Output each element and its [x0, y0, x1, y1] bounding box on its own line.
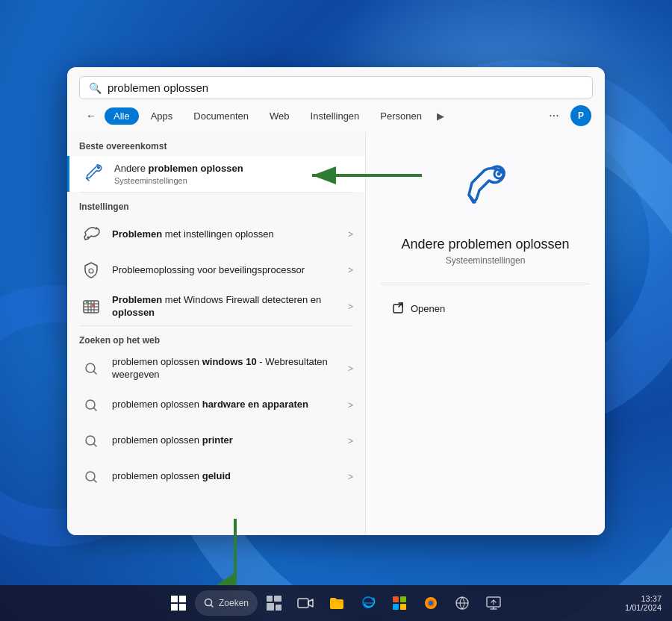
firewall-icon [79, 295, 103, 319]
globe-icon [454, 595, 470, 611]
svg-point-0 [97, 166, 100, 169]
svg-rect-24 [179, 596, 186, 602]
result-firewall[interactable]: Problemen met Windows Firewall detectere… [67, 288, 365, 325]
svg-rect-30 [267, 603, 274, 611]
svg-rect-11 [92, 305, 95, 306]
user-avatar[interactable]: P [570, 105, 591, 126]
detail-divider [381, 284, 590, 284]
tab-apps[interactable]: Apps [142, 107, 182, 124]
svg-point-17 [497, 172, 501, 175]
firefox-icon [423, 595, 439, 611]
task-view-button[interactable] [259, 588, 289, 618]
section-web: Zoeken op het web [67, 326, 365, 350]
svg-rect-23 [171, 596, 178, 602]
tab-web[interactable]: Web [261, 107, 299, 124]
result-title-web-3: problemen oplossen printer [112, 434, 339, 447]
result-text-firewall: Problemen met Windows Firewall detectere… [112, 294, 339, 319]
svg-rect-10 [86, 302, 89, 303]
video-call-button[interactable] [290, 588, 320, 618]
back-button[interactable]: ← [81, 105, 102, 126]
svg-rect-36 [400, 604, 406, 610]
open-icon [393, 302, 405, 314]
result-web-printer[interactable]: problemen oplossen printer > [67, 423, 365, 459]
result-web-hardware[interactable]: problemen oplossen hardware en apparaten… [67, 387, 365, 423]
svg-rect-34 [400, 596, 406, 602]
search-header: 🔍 ← Alle Apps Documenten Web Instellinge… [67, 67, 605, 132]
svg-point-1 [87, 236, 90, 238]
arrow-web-3: > [348, 436, 353, 446]
result-web-windows10[interactable]: problemen oplossen windows 10 - Webresul… [67, 350, 365, 387]
arrow-firewall: > [348, 302, 353, 312]
search-web-icon-1 [79, 357, 103, 381]
taskbar-search[interactable]: Zoeken [195, 590, 258, 616]
clock-date: 1/01/2024 [625, 603, 662, 612]
store-icon [391, 595, 408, 611]
video-icon [297, 595, 314, 611]
search-web-icon-2 [79, 393, 103, 417]
start-button[interactable] [164, 588, 193, 618]
time-display[interactable]: 13:37 1/01/2024 [620, 593, 666, 614]
tab-alle[interactable]: Alle [105, 107, 139, 124]
remote-icon [485, 595, 502, 611]
search-input[interactable] [108, 81, 583, 94]
filter-tabs: ← Alle Apps Documenten Web Instellingen … [79, 105, 593, 126]
more-options-button[interactable]: ··· [544, 105, 564, 126]
result-title-web-2: problemen oplossen hardware en apparaten [112, 399, 339, 411]
svg-rect-31 [276, 605, 281, 611]
svg-rect-25 [171, 604, 178, 611]
file-explorer-button[interactable] [322, 588, 352, 618]
arrow-web-2: > [348, 400, 353, 411]
svg-rect-18 [393, 305, 402, 313]
result-title-web-4: problemen oplossen geluid [112, 470, 339, 483]
wrench-icon-small [81, 162, 105, 186]
result-text-instellingen-1: Problemen met instellingen oplossen [112, 228, 339, 241]
taskbar: Zoeken [0, 585, 672, 621]
task-view-icon [266, 595, 282, 611]
search-web-icon-4 [79, 465, 103, 489]
store-button[interactable] [385, 588, 414, 618]
result-text-web-4: problemen oplossen geluid [112, 470, 339, 483]
detail-title: Andere problemen oplossen [401, 237, 569, 252]
svg-rect-28 [267, 596, 273, 602]
globe-button[interactable] [447, 588, 477, 618]
result-problemen-instellingen[interactable]: Problemen met instellingen oplossen > [67, 216, 365, 252]
search-web-icon-3 [79, 429, 103, 453]
open-button[interactable]: Openen [381, 296, 457, 320]
result-title-firewall: Problemen met Windows Firewall detectere… [112, 294, 339, 319]
arrow-beveiliging: > [348, 265, 353, 275]
more-tabs-arrow[interactable]: ▶ [434, 107, 447, 124]
open-label: Openen [411, 302, 445, 313]
tab-more-area: ··· P [544, 105, 591, 126]
result-title-beveiliging: Probleemoplossing voor beveilingsprocess… [112, 264, 339, 277]
result-text-web-2: problemen oplossen hardware en apparaten [112, 399, 339, 411]
taskbar-search-label: Zoeken [219, 598, 249, 608]
taskbar-icons: Zoeken [164, 588, 508, 618]
result-beveiliging[interactable]: Probleemoplossing voor beveilingsprocess… [67, 252, 365, 288]
result-title-instellingen-1: Problemen met instellingen oplossen [112, 228, 339, 241]
windows-logo-icon [169, 594, 187, 612]
edge-icon [360, 595, 376, 611]
edge-button[interactable] [353, 588, 383, 618]
svg-rect-29 [274, 596, 281, 602]
search-window: 🔍 ← Alle Apps Documenten Web Instellinge… [67, 67, 605, 535]
firefox-button[interactable] [416, 588, 446, 618]
search-icon: 🔍 [89, 81, 102, 93]
result-text-web-1: problemen oplossen windows 10 - Webresul… [112, 356, 339, 381]
detail-subtitle: Systeeminstellingen [446, 255, 526, 266]
tab-instellingen[interactable]: Instellingen [302, 107, 369, 124]
tab-documenten[interactable]: Documenten [184, 107, 258, 124]
arrow-instellingen-1: > [348, 229, 353, 240]
result-title-web-1: problemen oplossen windows 10 - Webresul… [112, 356, 339, 381]
settings-icon-1 [79, 222, 103, 246]
svg-point-39 [429, 601, 433, 605]
tab-personen[interactable]: Personen [371, 107, 431, 124]
result-text-web-3: problemen oplossen printer [112, 434, 339, 447]
result-web-geluid[interactable]: problemen oplossen geluid > [67, 459, 365, 495]
search-input-container[interactable]: 🔍 [79, 76, 593, 99]
arrow-web-4: > [348, 472, 353, 482]
svg-point-2 [89, 269, 93, 273]
clock-time: 13:37 [625, 594, 662, 603]
folder-icon [329, 595, 345, 611]
remote-button[interactable] [479, 588, 508, 618]
detail-wrench-icon [455, 162, 515, 225]
